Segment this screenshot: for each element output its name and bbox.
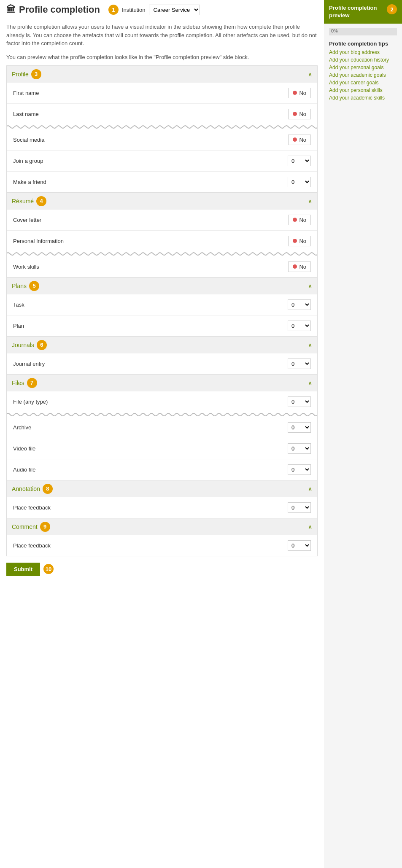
section-header-annotation[interactable]: Annotation8∧ xyxy=(7,480,317,497)
tips-title: Profile completion tips xyxy=(329,40,397,47)
no-badge[interactable]: No xyxy=(288,236,311,246)
field-row: Join a group012345 xyxy=(7,150,317,171)
field-row: Social mediaNo xyxy=(7,129,317,150)
section-header-comment[interactable]: Comment9∧ xyxy=(7,518,317,535)
tip-link[interactable]: Add your academic skills xyxy=(329,95,397,101)
section-badge-comment: 9 xyxy=(40,522,50,532)
no-badge[interactable]: No xyxy=(288,215,311,225)
section-label-resume: Résumé xyxy=(12,198,34,205)
chevron-up-icon: ∧ xyxy=(308,523,312,530)
field-row: Place feedback012345 xyxy=(7,535,317,556)
sidebar-header: Profile completion preview 2 xyxy=(324,0,402,24)
no-label: No xyxy=(299,111,306,117)
count-select[interactable]: 012345 xyxy=(288,540,311,551)
progress-bar-container: 0% xyxy=(329,28,397,35)
page-header: 🏛 Profile completion 1 Institution Caree… xyxy=(6,4,318,18)
field-row: Video file012345 xyxy=(7,438,317,459)
institution-select[interactable]: Career Service xyxy=(149,5,200,15)
tip-link[interactable]: Add your academic goals xyxy=(329,72,397,78)
field-row: First nameNo xyxy=(7,83,317,103)
count-select[interactable]: 012345 xyxy=(288,443,311,454)
chevron-up-icon: ∧ xyxy=(308,198,312,205)
count-select[interactable]: 012345 xyxy=(288,177,311,187)
section-title-resume: Résumé4 xyxy=(12,196,46,206)
field-row: Journal entry012345 xyxy=(7,353,317,374)
section-files: Files7∧File (any type)012345Archive01234… xyxy=(7,375,317,480)
section-label-annotation: Annotation xyxy=(12,485,40,492)
section-badge-journals: 6 xyxy=(37,340,47,350)
field-row: Personal InformationNo xyxy=(7,230,317,251)
no-dot-icon xyxy=(293,137,297,142)
institution-badge: 1 xyxy=(108,5,119,15)
section-body-comment: Place feedback012345 xyxy=(7,535,317,556)
no-dot-icon xyxy=(293,239,297,243)
field-label: File (any type) xyxy=(13,399,48,405)
section-plans: Plans5∧Task012345Plan012345 xyxy=(7,278,317,337)
section-badge-plans: 5 xyxy=(29,281,39,291)
field-row: Cover letterNo xyxy=(7,210,317,230)
no-label: No xyxy=(299,238,306,244)
section-label-comment: Comment xyxy=(12,523,38,530)
wavy-separator xyxy=(7,412,317,417)
section-header-resume[interactable]: Résumé4∧ xyxy=(7,193,317,210)
no-label: No xyxy=(299,137,306,143)
field-label: Cover letter xyxy=(13,217,41,223)
no-dot-icon xyxy=(293,91,297,95)
count-select[interactable]: 012345 xyxy=(288,321,311,331)
section-title-comment: Comment9 xyxy=(12,522,50,532)
chevron-up-icon: ∧ xyxy=(308,485,312,492)
section-body-annotation: Place feedback012345 xyxy=(7,497,317,518)
tip-link[interactable]: Add your blog address xyxy=(329,49,397,55)
submit-button[interactable]: Submit xyxy=(6,563,40,576)
field-row: Place feedback012345 xyxy=(7,497,317,518)
preview-text: You can preview what the profile complet… xyxy=(6,54,318,60)
chevron-up-icon: ∧ xyxy=(308,380,312,386)
tip-link[interactable]: Add your personal goals xyxy=(329,65,397,70)
field-label: Last name xyxy=(13,111,39,117)
no-dot-icon xyxy=(293,218,297,222)
section-title-plans: Plans5 xyxy=(12,281,39,291)
count-select[interactable]: 012345 xyxy=(288,396,311,407)
section-body-profile: First nameNoLast nameNoSocial mediaNoJoi… xyxy=(7,83,317,192)
count-select[interactable]: 012345 xyxy=(288,502,311,513)
institution-label: Institution xyxy=(122,7,146,13)
count-select[interactable]: 012345 xyxy=(288,359,311,369)
section-body-plans: Task012345Plan012345 xyxy=(7,294,317,336)
no-label: No xyxy=(299,217,306,223)
tips-container: Add your blog addressAdd your education … xyxy=(329,49,397,101)
sidebar: Profile completion preview 2 0% Profile … xyxy=(324,0,402,868)
section-header-journals[interactable]: Journals6∧ xyxy=(7,337,317,353)
section-comment: Comment9∧Place feedback012345 xyxy=(7,518,317,556)
section-title-annotation: Annotation8 xyxy=(12,484,53,494)
count-select[interactable]: 012345 xyxy=(288,156,311,166)
section-badge-profile: 3 xyxy=(31,69,41,79)
section-resume: Résumé4∧Cover letterNoPersonal Informati… xyxy=(7,193,317,278)
progress-label: 0% xyxy=(331,28,338,33)
section-label-files: Files xyxy=(12,380,24,386)
field-label: First name xyxy=(13,90,39,96)
no-badge[interactable]: No xyxy=(288,135,311,145)
count-select[interactable]: 012345 xyxy=(288,464,311,475)
field-row: File (any type)012345 xyxy=(7,391,317,412)
no-dot-icon xyxy=(293,112,297,116)
no-dot-icon xyxy=(293,264,297,269)
field-label: Work skills xyxy=(13,264,39,270)
section-header-plans[interactable]: Plans5∧ xyxy=(7,278,317,294)
chevron-up-icon: ∧ xyxy=(308,342,312,348)
field-row: Work skillsNo xyxy=(7,256,317,277)
tip-link[interactable]: Add your career goals xyxy=(329,80,397,86)
no-badge[interactable]: No xyxy=(288,88,311,98)
field-label: Make a friend xyxy=(13,179,46,185)
sections-container: Profile3∧First nameNoLast nameNoSocial m… xyxy=(6,65,318,556)
count-select[interactable]: 012345 xyxy=(288,299,311,310)
section-badge-files: 7 xyxy=(27,378,37,388)
section-header-profile[interactable]: Profile3∧ xyxy=(7,66,317,83)
section-header-files[interactable]: Files7∧ xyxy=(7,375,317,391)
field-row: Task012345 xyxy=(7,294,317,315)
no-badge[interactable]: No xyxy=(288,109,311,119)
tip-link[interactable]: Add your personal skills xyxy=(329,87,397,93)
count-select[interactable]: 012345 xyxy=(288,422,311,433)
no-badge[interactable]: No xyxy=(288,261,311,272)
chevron-up-icon: ∧ xyxy=(308,283,312,289)
tip-link[interactable]: Add your education history xyxy=(329,57,397,63)
